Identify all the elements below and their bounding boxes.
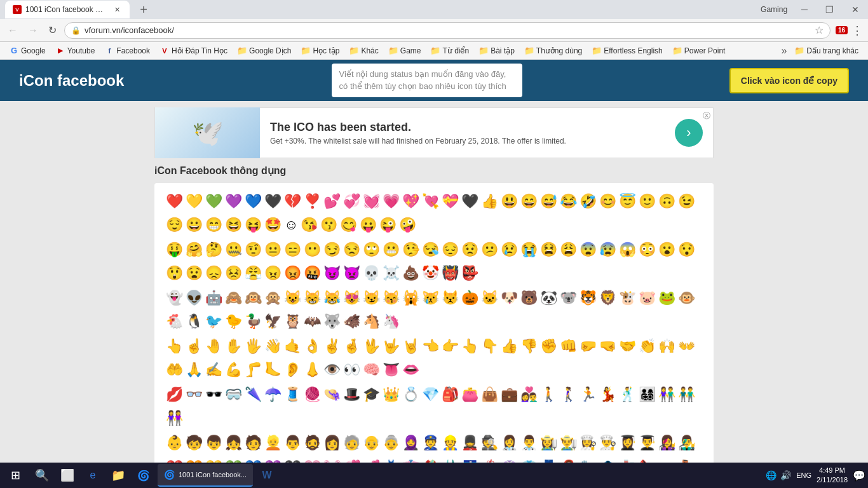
emoji-vulcan[interactable]: 🖖 (362, 334, 381, 358)
back-btn[interactable]: ← (5, 24, 20, 37)
emoji-confused[interactable]: 😕 (480, 238, 499, 261)
emoji-astonished[interactable]: 😲 (165, 261, 184, 285)
emoji-older[interactable]: 🧓 (342, 431, 362, 454)
emoji-cry[interactable]: 😢 (499, 238, 519, 261)
emoji-girl[interactable]: 👧 (224, 431, 243, 454)
emoji-goggles[interactable]: 🥽 (224, 383, 243, 406)
tab-close-btn[interactable]: ✕ (112, 4, 122, 15)
emoji-ogre[interactable]: 👹 (440, 261, 460, 285)
emoji-heart-yellow2[interactable]: 💛 (204, 456, 224, 463)
emoji-hugging[interactable]: 🤗 (184, 238, 204, 261)
emoji-child[interactable]: 🧒 (184, 431, 204, 454)
emoji-scream[interactable]: 😱 (618, 238, 637, 261)
emoji-splayed[interactable]: 🖐️ (243, 334, 263, 358)
emoji-ear[interactable]: 👂 (283, 358, 302, 381)
emoji-pray[interactable]: 🙏 (184, 358, 204, 381)
emoji-eye[interactable]: 👁️ (322, 358, 342, 381)
emoji-monkey[interactable]: 🐵 (677, 286, 696, 309)
emoji-anguished[interactable]: 😧 (184, 261, 204, 285)
emoji-jeans[interactable]: 👖 (539, 456, 559, 463)
emoji-raised-hand[interactable]: ✋ (224, 334, 243, 358)
taskbar-chrome-app[interactable]: 🌀 1001 iCon facebook... (158, 464, 253, 487)
emoji-waving[interactable]: 👋 (263, 334, 283, 358)
emoji-thumbsup[interactable]: 👍 (480, 189, 499, 213)
bookmark-tudien[interactable]: 📁 Từ điển (426, 44, 473, 57)
emoji-thread[interactable]: 🧵 (283, 383, 302, 406)
emoji-growing-heart[interactable]: 💗 (381, 189, 401, 213)
emoji-sob[interactable]: 😭 (519, 238, 539, 261)
new-tab-btn[interactable]: + (135, 1, 153, 18)
emoji-cow[interactable]: 🐮 (618, 286, 637, 309)
emoji-police[interactable]: 👮 (421, 431, 440, 454)
emoji-kiss[interactable]: 😗 (319, 213, 339, 236)
emoji-triumph[interactable]: 😤 (243, 261, 263, 285)
emoji-nose[interactable]: 👃 (302, 358, 322, 381)
close-btn[interactable]: ✕ (848, 3, 863, 16)
emoji-duck[interactable]: 🦆 (243, 309, 263, 333)
menu-btn[interactable]: ⋮ (851, 24, 863, 37)
emoji-coat[interactable]: 🧥 (598, 456, 618, 463)
emoji-old-man[interactable]: 👴 (362, 431, 381, 454)
emoji-happy-eyes[interactable]: 😝 (243, 213, 263, 236)
emoji-penguin[interactable]: 🐧 (184, 309, 204, 333)
emoji-cat-pout[interactable]: 😾 (440, 286, 460, 309)
emoji-writing[interactable]: ✍️ (204, 358, 224, 381)
emoji-beating-heart[interactable]: 💓 (362, 189, 381, 213)
emoji-hear-no-evil[interactable]: 🙉 (243, 286, 263, 309)
emoji-neutral[interactable]: 😐 (263, 238, 283, 261)
emoji-robot[interactable]: 🤖 (204, 286, 224, 309)
emoji-yarn[interactable]: 🧶 (302, 383, 322, 406)
emoji-owl[interactable]: 🦉 (283, 309, 302, 333)
emoji-raised-eyebrow[interactable]: 🤨 (243, 238, 263, 261)
emoji-blush[interactable]: ☺️ (283, 213, 299, 236)
emoji-cupid-heart[interactable]: 💘 (421, 189, 440, 213)
bookmark-youtube[interactable]: ▶ Youtube (51, 44, 100, 57)
emoji-angry[interactable]: 😠 (263, 261, 283, 285)
emoji-open-hands[interactable]: 👐 (677, 334, 696, 358)
status-input[interactable]: Viết nội dung status bạn muốn đăng vào đ… (332, 64, 522, 97)
emoji-umbrella2[interactable]: ☂️ (263, 383, 283, 406)
emoji-heart-black[interactable]: 🖤 (263, 189, 283, 213)
bookmark-game[interactable]: 📁 Game (384, 44, 426, 57)
emoji-socks[interactable]: 🧦 (618, 456, 637, 463)
emoji-bird[interactable]: 🐦 (204, 309, 224, 333)
emoji-open-mouth[interactable]: 😮 (657, 238, 677, 261)
emoji-zany[interactable]: 🤪 (398, 213, 417, 236)
emoji-purse[interactable]: 👛 (460, 383, 480, 406)
emoji-peace[interactable]: ✌️ (322, 334, 342, 358)
emoji-smiling-big[interactable]: 😀 (184, 213, 204, 236)
ad-close-btn[interactable]: ⓧ (703, 111, 710, 121)
emoji-slightly-smile[interactable]: 🙂 (637, 189, 657, 213)
emoji-grimacing[interactable]: 😬 (381, 238, 401, 261)
emoji-heart-green[interactable]: 💚 (204, 189, 224, 213)
emoji-pensive[interactable]: 😔 (440, 238, 460, 261)
emoji-crossed-fingers[interactable]: 🤞 (342, 334, 362, 358)
emoji-halo[interactable]: 😇 (618, 189, 637, 213)
emoji-frog[interactable]: 🐸 (657, 286, 677, 309)
emoji-woman-hijab[interactable]: 🧕 (401, 431, 421, 454)
emoji-handshake[interactable]: 🤝 (618, 334, 637, 358)
search-btn[interactable]: 🔍 (31, 464, 53, 487)
emoji-two-hearts[interactable]: 💕 (322, 189, 342, 213)
emoji-lips[interactable]: 👄 (401, 358, 421, 381)
emoji-bear[interactable]: 🐻 (519, 286, 539, 309)
emoji-old-woman[interactable]: 👵 (381, 431, 401, 454)
copy-icon-button[interactable]: Click vào icon để copy (729, 68, 849, 93)
emoji-singer-m[interactable]: 👨‍🎤 (677, 431, 696, 454)
emoji-laugh-tears[interactable]: 😆 (224, 213, 243, 236)
emoji-enraged[interactable]: 🤬 (302, 261, 322, 285)
emoji-leg[interactable]: 🦵 (243, 358, 263, 381)
emoji-top-hat[interactable]: 🎩 (342, 383, 362, 406)
emoji-farmer-f[interactable]: 👩‍🌾 (539, 431, 559, 454)
ad1-action-btn[interactable]: › (675, 119, 703, 147)
emoji-money[interactable]: 🤑 (165, 238, 184, 261)
emoji-disappointed[interactable]: 😞 (204, 261, 224, 285)
emoji-tongue[interactable]: 😛 (358, 213, 378, 236)
emoji-family-couple[interactable]: 👩‍❤️‍👨 (519, 383, 539, 406)
emoji-cook-m[interactable]: 👨‍🍳 (598, 431, 618, 454)
emoji-revolving-hearts2[interactable]: 💞 (342, 456, 362, 463)
bookmark-baitap[interactable]: 📁 Bài tập (475, 44, 519, 57)
emoji-alien[interactable]: 👽 (184, 286, 204, 309)
emoji-student-f[interactable]: 👩‍🎓 (618, 431, 637, 454)
emoji-point-down[interactable]: 👇 (480, 334, 499, 358)
